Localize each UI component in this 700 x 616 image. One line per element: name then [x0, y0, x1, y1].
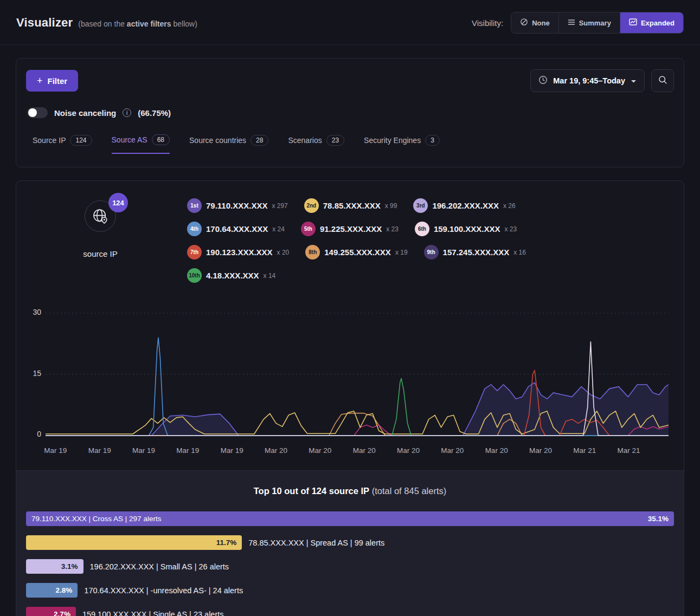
- legend-ip: 91.225.XXX.XXX: [320, 224, 382, 234]
- rank-badge: 3rd: [413, 198, 428, 213]
- tab-source-countries[interactable]: Source countries28: [189, 134, 268, 154]
- top10-bar-row: 3.1%196.202.XXX.XXX | Small AS | 26 aler…: [26, 559, 674, 574]
- rank-badge: 2nd: [304, 198, 319, 213]
- legend-item[interactable]: 5th91.225.XXX.XXXx 23: [301, 222, 399, 236]
- legend-count: x 23: [386, 225, 399, 233]
- search-icon: [658, 75, 667, 86]
- legend-item[interactable]: 6th159.100.XXX.XXXx 23: [415, 222, 517, 236]
- visibility-summary-button[interactable]: Summary: [558, 12, 620, 33]
- legend-item[interactable]: 9th157.245.XXX.XXXx 16: [424, 245, 526, 260]
- legend-item[interactable]: 4th170.64.XXX.XXXx 24: [187, 222, 285, 236]
- visibility-none-button[interactable]: None: [511, 12, 558, 33]
- page-title: Visualizer: [16, 16, 73, 30]
- entity-label: source IP: [65, 249, 136, 258]
- legend-item[interactable]: 7th190.123.XXX.XXXx 20: [187, 245, 289, 260]
- bar-percent: 11.7%: [216, 539, 237, 547]
- x-axis-labels: Mar 19Mar 19Mar 19Mar 19Mar 19Mar 20Mar …: [46, 446, 669, 462]
- legend-count: x 99: [385, 202, 397, 210]
- x-axis-tick: Mar 20: [441, 446, 464, 455]
- bar-percent: 2.8%: [56, 586, 73, 594]
- rank-badge: 10th: [187, 268, 202, 283]
- entity-count-badge: 124: [108, 193, 128, 212]
- tab-count-badge: 68: [152, 134, 170, 145]
- noise-canceling-toggle[interactable]: [27, 107, 48, 118]
- rank-badge: 7th: [187, 245, 202, 260]
- legend-count: x 23: [504, 225, 517, 233]
- x-axis-tick: Mar 19: [44, 446, 67, 455]
- legend-item[interactable]: 2nd78.85.XXX.XXXx 99: [304, 198, 397, 213]
- legend-ip: 4.18.XXX.XXX: [206, 271, 259, 280]
- visibility-expanded-button[interactable]: Expanded: [620, 12, 683, 33]
- page-subtitle: (based on the active filters bellow): [78, 20, 197, 28]
- x-axis-tick: Mar 20: [397, 446, 420, 455]
- legend-ip: 149.255.XXX.XXX: [324, 248, 391, 257]
- top10-bars: 79.110.XXX.XXX | Cross AS | 297 alerts35…: [26, 511, 674, 616]
- legend-ip: 170.64.XXX.XXX: [206, 224, 268, 234]
- legend-item[interactable]: 8th149.255.XXX.XXXx 19: [305, 245, 407, 260]
- legend-count: x 16: [513, 249, 526, 256]
- bar-label: 159.100.XXX.XXX | Single AS | 23 alerts: [82, 610, 224, 616]
- date-range-button[interactable]: Mar 19, 9:45–Today: [530, 69, 645, 92]
- top10-bar[interactable]: 3.1%: [26, 559, 84, 574]
- visibility-label: Visibility:: [472, 18, 503, 28]
- legend-item[interactable]: 1st79.110.XXX.XXXx 297: [187, 198, 288, 213]
- x-axis-tick: Mar 19: [88, 446, 111, 455]
- tab-security-engines[interactable]: Security Engines3: [364, 134, 440, 154]
- legend-ip: 190.123.XXX.XXX: [206, 248, 273, 257]
- legend-ip: 196.202.XXX.XXX: [432, 201, 499, 210]
- top10-bar-row: 2.7%159.100.XXX.XXX | Single AS | 23 ale…: [26, 607, 674, 616]
- top10-bar[interactable]: 11.7%: [26, 535, 242, 550]
- tab-scenarios[interactable]: Scenarios23: [288, 134, 344, 154]
- x-axis-tick: Mar 19: [221, 446, 243, 455]
- noise-canceling-label: Noise canceling: [54, 108, 116, 118]
- tab-label: Source AS: [112, 135, 147, 144]
- legend-ip: 157.245.XXX.XXX: [443, 248, 510, 257]
- tab-label: Source IP: [33, 136, 66, 145]
- bar-label: 78.85.XXX.XXX | Spread AS | 99 alerts: [248, 539, 384, 547]
- x-axis-tick: Mar 19: [132, 446, 155, 455]
- top10-bar[interactable]: 2.8%: [26, 583, 78, 598]
- legend-ip: 78.85.XXX.XXX: [323, 201, 381, 210]
- tab-source-ip[interactable]: Source IP124: [33, 134, 92, 154]
- chart-svg: [46, 306, 669, 441]
- toggle-knob: [28, 108, 37, 117]
- tab-source-as[interactable]: Source AS68: [112, 134, 170, 154]
- top10-section: Top 10 out of 124 source IP (total of 84…: [16, 470, 684, 616]
- legend-count: x 14: [264, 272, 276, 280]
- y-axis-tick: 0: [23, 430, 41, 438]
- rank-badge: 4th: [187, 222, 202, 236]
- tab-count-badge: 124: [70, 135, 92, 146]
- plus-icon: +: [37, 76, 43, 86]
- legend-count: x 26: [503, 202, 516, 210]
- top10-bar[interactable]: 2.7%: [26, 607, 76, 616]
- top10-bar[interactable]: 79.110.XXX.XXX | Cross AS | 297 alerts35…: [26, 511, 674, 526]
- entity-tabs: Source IP124Source AS68Source countries2…: [33, 134, 674, 154]
- legend-item[interactable]: 10th4.18.XXX.XXXx 14: [187, 268, 275, 283]
- search-button[interactable]: [651, 69, 674, 92]
- chart-panel: 124 source IP 1st79.110.XXX.XXXx 2972nd7…: [16, 180, 684, 616]
- rank-badge: 8th: [305, 245, 320, 260]
- tab-count-badge: 3: [425, 135, 440, 146]
- legend-count: x 24: [272, 225, 285, 233]
- tab-count-badge: 23: [326, 135, 344, 146]
- bar-percent: 35.1%: [648, 515, 669, 523]
- tab-label: Scenarios: [288, 136, 322, 145]
- x-axis-tick: Mar 20: [529, 446, 552, 455]
- x-axis-tick: Mar 20: [309, 446, 331, 455]
- top10-title: Top 10 out of 124 source IP (total of 84…: [26, 486, 674, 496]
- y-axis-tick: 30: [23, 308, 41, 316]
- bar-percent: 2.7%: [54, 610, 70, 616]
- rank-badge: 9th: [424, 245, 439, 260]
- x-axis-tick: Mar 20: [485, 446, 508, 455]
- info-icon[interactable]: i: [123, 108, 131, 117]
- x-axis-tick: Mar 21: [618, 446, 640, 455]
- legend-item[interactable]: 3rd196.202.XXX.XXXx 26: [413, 198, 515, 213]
- chart-legend: 1st79.110.XXX.XXXx 2972nd78.85.XXX.XXXx …: [187, 197, 610, 283]
- top-bar: Visualizer (based on the active filters …: [0, 0, 700, 45]
- top10-bar-row: 11.7%78.85.XXX.XXX | Spread AS | 99 aler…: [26, 535, 674, 550]
- add-filter-button[interactable]: + Filter: [26, 70, 78, 92]
- rank-badge: 1st: [187, 198, 202, 213]
- chart-area-79-110-xxx-xxx: [46, 382, 669, 436]
- x-axis-tick: Mar 20: [265, 446, 287, 455]
- chevron-down-icon: [631, 76, 637, 85]
